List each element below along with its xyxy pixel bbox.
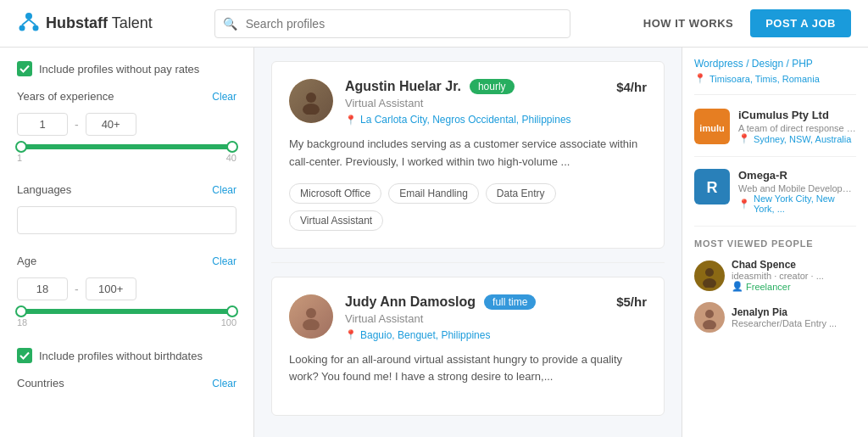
company-location-0: 📍 Sydney, NSW, Australia — [738, 133, 856, 144]
countries-clear-button[interactable]: Clear — [212, 378, 236, 389]
age-min-label: 18 — [17, 317, 27, 328]
svg-point-5 — [306, 92, 316, 103]
skill-tag-0-2[interactable]: Data Entry — [486, 183, 556, 204]
years-clear-button[interactable]: Clear — [212, 91, 236, 103]
logo: Hubstaff Talent — [17, 9, 153, 38]
logo-text: Hubstaff Talent — [46, 14, 153, 32]
search-icon: 🔍 — [223, 17, 237, 31]
svg-text:R: R — [707, 179, 718, 196]
countries-section: Countries Clear — [17, 377, 236, 389]
countries-header: Countries Clear — [17, 377, 236, 389]
svg-point-1 — [19, 25, 25, 31]
age-dash: - — [75, 283, 79, 296]
left-sidebar: Include profiles without pay rates Years… — [0, 48, 254, 437]
years-min-input[interactable] — [17, 113, 68, 136]
person-type-0: 👤 Freelancer — [732, 281, 856, 292]
age-range-inputs: - — [17, 277, 236, 300]
featured-location: 📍 Timisoara, Timis, Romania — [694, 73, 856, 84]
profile-rate-1: $5/hr — [616, 294, 647, 309]
age-slider-left-thumb[interactable] — [15, 305, 27, 317]
svg-point-14 — [703, 278, 716, 288]
age-max-input[interactable] — [86, 277, 136, 300]
skill-tag-0-0[interactable]: Microsoft Office — [289, 183, 381, 204]
profile-rate-0: $4/hr — [616, 80, 647, 94]
years-max-label: 40 — [226, 153, 236, 163]
logo-icon — [17, 9, 41, 38]
company-logo-0: imulu — [694, 109, 730, 144]
age-slider-right-thumb[interactable] — [226, 305, 238, 317]
company-location-1: 📍 New York City, New York, ... — [738, 193, 856, 214]
person-avatar-0 — [694, 261, 725, 291]
profile-info-0: Agustin Huelar Jr. hourly $4/hr Virtual … — [345, 79, 647, 126]
include-no-birthdate-checkbox[interactable] — [17, 348, 32, 363]
years-slider-fill — [17, 144, 236, 149]
years-slider-left-thumb[interactable] — [15, 141, 27, 153]
svg-point-15 — [705, 310, 714, 318]
person-role-1: Researcher/Data Entry ... — [732, 318, 856, 328]
svg-point-0 — [25, 13, 32, 20]
profile-role-1: Virtual Assistant — [345, 312, 647, 325]
featured-location-icon: 📍 — [694, 73, 706, 84]
languages-input[interactable] — [17, 206, 236, 234]
profile-card-1: Judy Ann Damoslog full time $5/hr Virtua… — [271, 277, 665, 417]
company-desc-0: A team of direct response exp... Direct … — [738, 123, 856, 133]
languages-section: Languages Clear — [17, 183, 236, 234]
most-viewed-title: MOST VIEWED PEOPLE — [694, 238, 856, 249]
years-title: Years of experience — [17, 90, 114, 103]
years-max-input[interactable] — [86, 113, 136, 136]
profile-name-row-0: Agustin Huelar Jr. hourly $4/hr — [345, 79, 647, 94]
person-avatar-1 — [694, 302, 725, 333]
how-it-works-button[interactable]: HOW IT WORKS — [643, 17, 733, 30]
age-section: Age Clear - 18 100 — [17, 255, 236, 328]
profile-card-0: Agustin Huelar Jr. hourly $4/hr Virtual … — [271, 61, 665, 249]
company-location-icon-1: 📍 — [738, 199, 750, 210]
company-name-1: Omega-R — [738, 169, 856, 182]
svg-line-4 — [29, 20, 36, 25]
years-min-label: 1 — [17, 153, 22, 163]
years-slider-right-thumb[interactable] — [226, 141, 238, 153]
languages-clear-button[interactable]: Clear — [212, 184, 236, 196]
search-input[interactable] — [214, 9, 570, 38]
age-header: Age Clear — [17, 255, 236, 267]
company-logo-1: R — [694, 169, 730, 204]
svg-point-2 — [33, 25, 39, 31]
include-no-pay-checkbox[interactable] — [17, 61, 32, 76]
avatar-0 — [289, 79, 333, 123]
include-no-pay-row: Include profiles without pay rates — [17, 61, 236, 76]
age-title: Age — [17, 255, 36, 267]
featured-location-text: Timisoara, Timis, Romania — [709, 74, 820, 84]
company-info-1: Omega-R Web and Mobile Developmen... 📍 N… — [738, 169, 856, 214]
company-card-0: imulu iCumulus Pty Ltd A team of direct … — [694, 109, 856, 157]
profile-bio-0: My background includes serving as a cust… — [289, 136, 647, 171]
company-info-0: iCumulus Pty Ltd A team of direct respon… — [738, 109, 856, 144]
age-max-label: 100 — [221, 317, 236, 328]
person-card-1: Jenalyn Pia Researcher/Data Entry ... — [694, 302, 856, 333]
most-viewed-section: MOST VIEWED PEOPLE Chad Spence ideasmith… — [694, 238, 856, 333]
profiles-list: Agustin Huelar Jr. hourly $4/hr Virtual … — [254, 48, 682, 437]
years-header: Years of experience Clear — [17, 90, 236, 103]
person-role-0: ideasmith · creator · ... — [732, 271, 856, 281]
skill-tag-0-1[interactable]: Email Handling — [388, 183, 479, 204]
svg-point-16 — [703, 320, 716, 329]
main-container: Include profiles without pay rates Years… — [0, 48, 868, 437]
age-min-input[interactable] — [17, 277, 68, 300]
languages-title: Languages — [17, 183, 71, 196]
skills-row-0: Microsoft Office Email Handling Data Ent… — [289, 183, 647, 231]
svg-line-3 — [22, 20, 29, 25]
age-clear-button[interactable]: Clear — [212, 255, 236, 267]
person-info-0: Chad Spence ideasmith · creator · ... 👤 … — [732, 259, 856, 292]
header-nav: HOW IT WORKS POST A JOB — [643, 9, 851, 37]
age-slider-labels: 18 100 — [17, 317, 236, 328]
company-name-0: iCumulus Pty Ltd — [738, 109, 856, 121]
person-info-1: Jenalyn Pia Researcher/Data Entry ... — [732, 306, 856, 328]
profile-bio-1: Looking for an all-around virtual assist… — [289, 351, 647, 387]
age-slider-track — [17, 309, 236, 314]
post-job-button[interactable]: POST A JOB — [750, 9, 851, 37]
search-bar: 🔍 — [214, 9, 570, 38]
svg-point-7 — [306, 308, 316, 318]
profile-top-1: Judy Ann Damoslog full time $5/hr Virtua… — [289, 294, 647, 341]
location-icon-1: 📍 — [345, 329, 357, 340]
include-no-birthdate-label: Include profiles without birthdates — [39, 350, 203, 362]
skill-tag-0-3[interactable]: Virtual Assistant — [289, 210, 383, 231]
profile-top-0: Agustin Huelar Jr. hourly $4/hr Virtual … — [289, 79, 647, 126]
